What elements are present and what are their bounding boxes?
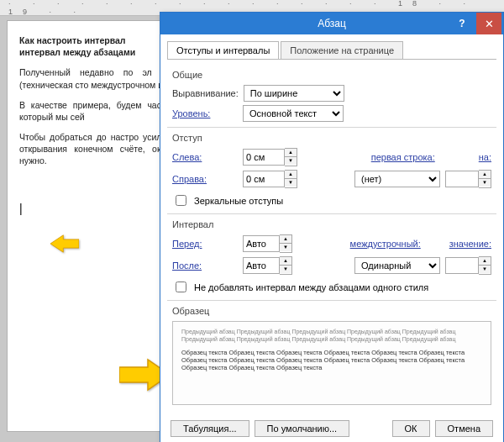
spin-down-icon[interactable]: ▼ [280,244,291,251]
value-spinner[interactable]: ▲▼ [445,256,491,275]
after-spinner[interactable]: ▲▼ [243,256,292,275]
cancel-button[interactable]: Отмена [435,420,493,437]
spin-down-icon[interactable]: ▼ [479,266,491,273]
group-interval: Интервал [172,219,491,229]
doc-heading-1: Как настроить интервал [19,35,126,45]
group-sample: Образец [172,306,491,316]
close-button[interactable]: ✕ [476,13,501,34]
level-select[interactable]: Основной текст [243,105,344,122]
no-add-space-label: Не добавлять интервал между абзацами одн… [194,282,428,292]
default-button[interactable]: По умолчанию... [255,420,350,437]
value-label[interactable]: значение: [449,239,491,249]
value-input[interactable] [445,257,479,274]
spin-up-icon[interactable]: ▲ [479,257,491,266]
svg-marker-0 [50,235,79,252]
indent-right-label[interactable]: Справа: [172,174,238,184]
group-indent: Отступ [172,133,491,143]
mirror-indents-checkbox[interactable] [176,195,186,206]
first-line-select[interactable]: (нет) [354,171,440,187]
on-input[interactable] [445,171,479,187]
before-spinner[interactable]: ▲▼ [243,234,292,253]
on-spinner[interactable]: ▲▼ [445,170,491,188]
dialog-title-bar: Абзац ? ✕ [160,13,503,34]
group-general: Общие [172,70,491,80]
before-label[interactable]: Перед: [172,239,238,249]
spin-up-icon[interactable]: ▲ [280,257,291,266]
spin-down-icon[interactable]: ▼ [285,157,297,165]
no-add-space-checkbox[interactable] [176,282,186,292]
indent-left-label[interactable]: Слева: [172,152,238,162]
spin-down-icon[interactable]: ▼ [479,179,491,187]
ok-button[interactable]: ОК [392,420,430,437]
tab-strip: Отступы и интервалы Положение на страниц… [160,34,503,59]
annotation-arrow-small [50,234,79,254]
indent-left-spinner[interactable]: ▲▼ [243,148,297,166]
dialog-title: Абзац [318,18,346,29]
tab-indents[interactable]: Отступы и интервалы [167,41,279,59]
on-label[interactable]: на: [479,152,491,162]
after-label[interactable]: После: [172,260,238,271]
alignment-select[interactable]: По ширине [244,85,344,102]
preview-box: Предыдущий абзац Предыдущий абзац Предыд… [172,321,491,405]
paragraph-dialog: Абзац ? ✕ Отступы и интервалы Положение … [160,12,504,442]
spin-down-icon[interactable]: ▼ [285,179,297,187]
preview-prev-text: Предыдущий абзац Предыдущий абзац Предыд… [181,329,482,344]
before-input[interactable] [243,235,280,252]
help-button[interactable]: ? [449,13,475,34]
spin-up-icon[interactable]: ▲ [479,171,491,179]
tab-position[interactable]: Положение на странице [281,41,403,59]
line-spacing-select[interactable]: Одинарный [354,257,440,274]
mirror-indents-label: Зеркальные отступы [194,196,283,206]
preview-sample-text: Образец текста Образец текста Образец те… [181,349,482,372]
doc-heading-2: интервал между абзацами [19,47,135,57]
tabulation-button[interactable]: Табуляция... [171,420,249,437]
spin-up-icon[interactable]: ▲ [285,149,297,157]
indent-right-spinner[interactable]: ▲▼ [243,170,297,188]
dialog-button-row: Табуляция... По умолчанию... ОК Отмена [160,413,503,442]
level-label[interactable]: Уровень: [172,108,238,118]
after-input[interactable] [243,257,280,274]
first-line-label[interactable]: первая строка: [371,152,435,162]
spin-up-icon[interactable]: ▲ [285,171,297,179]
line-spacing-label[interactable]: междустрочный: [350,239,421,249]
spin-up-icon[interactable]: ▲ [280,235,291,244]
tab-panel: Общие Выравнивание: По ширине Уровень: О… [167,59,496,413]
alignment-label: Выравнивание: [172,88,239,98]
spin-down-icon[interactable]: ▼ [280,266,291,273]
indent-right-input[interactable] [243,171,285,187]
indent-left-input[interactable] [243,149,285,166]
